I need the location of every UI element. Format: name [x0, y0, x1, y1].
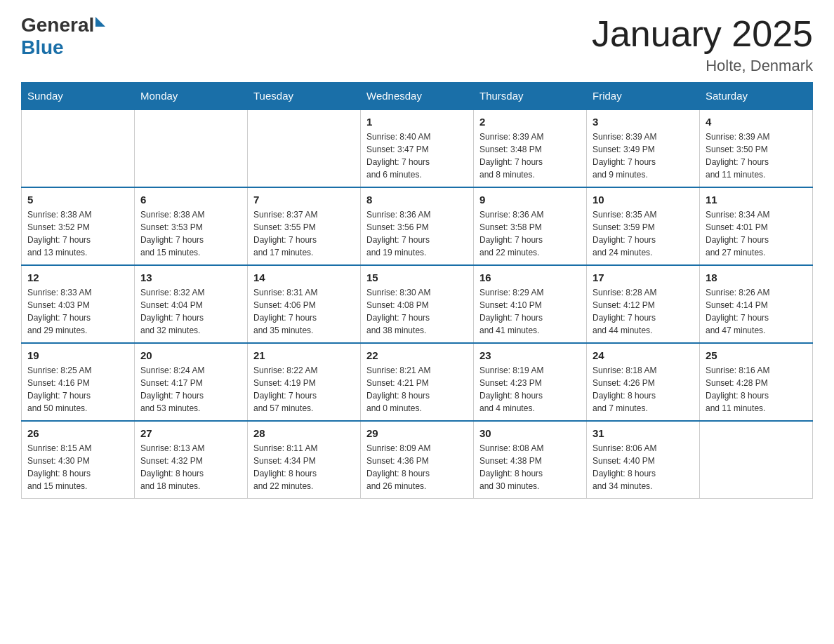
day-info: Sunrise: 8:31 AM Sunset: 4:06 PM Dayligh…	[253, 286, 355, 337]
day-header-monday: Monday	[135, 83, 248, 110]
day-number: 11	[706, 194, 807, 206]
day-number: 2	[479, 116, 581, 128]
table-row: 29Sunrise: 8:09 AM Sunset: 4:36 PM Dayli…	[361, 421, 474, 499]
table-row: 24Sunrise: 8:18 AM Sunset: 4:26 PM Dayli…	[587, 343, 700, 421]
day-info: Sunrise: 8:38 AM Sunset: 3:52 PM Dayligh…	[27, 208, 128, 259]
day-info: Sunrise: 8:06 AM Sunset: 4:40 PM Dayligh…	[593, 442, 694, 492]
logo: General Blue	[21, 14, 105, 59]
logo-blue-text: Blue	[21, 36, 105, 59]
day-number: 16	[479, 271, 581, 283]
day-info: Sunrise: 8:15 AM Sunset: 4:30 PM Dayligh…	[27, 442, 128, 492]
table-row	[22, 109, 135, 187]
day-header-thursday: Thursday	[474, 83, 587, 110]
day-info: Sunrise: 8:39 AM Sunset: 3:50 PM Dayligh…	[706, 130, 807, 181]
day-info: Sunrise: 8:22 AM Sunset: 4:19 PM Dayligh…	[253, 364, 355, 415]
table-row: 16Sunrise: 8:29 AM Sunset: 4:10 PM Dayli…	[474, 265, 587, 343]
day-number: 22	[366, 349, 468, 361]
table-row: 28Sunrise: 8:11 AM Sunset: 4:34 PM Dayli…	[248, 421, 361, 499]
day-info: Sunrise: 8:35 AM Sunset: 3:59 PM Dayligh…	[593, 208, 694, 259]
day-number: 23	[479, 349, 581, 361]
table-row: 9Sunrise: 8:36 AM Sunset: 3:58 PM Daylig…	[474, 187, 587, 265]
table-row: 14Sunrise: 8:31 AM Sunset: 4:06 PM Dayli…	[248, 265, 361, 343]
table-row: 21Sunrise: 8:22 AM Sunset: 4:19 PM Dayli…	[248, 343, 361, 421]
day-info: Sunrise: 8:39 AM Sunset: 3:48 PM Dayligh…	[479, 130, 581, 181]
calendar-subtitle: Holte, Denmark	[592, 57, 813, 75]
day-number: 14	[253, 271, 355, 283]
table-row: 5Sunrise: 8:38 AM Sunset: 3:52 PM Daylig…	[22, 187, 135, 265]
day-number: 21	[253, 349, 355, 361]
day-number: 25	[706, 349, 807, 361]
day-number: 5	[27, 194, 128, 206]
day-info: Sunrise: 8:16 AM Sunset: 4:28 PM Dayligh…	[706, 364, 807, 415]
table-row: 2Sunrise: 8:39 AM Sunset: 3:48 PM Daylig…	[474, 109, 587, 187]
calendar-header: SundayMondayTuesdayWednesdayThursdayFrid…	[22, 83, 813, 110]
day-info: Sunrise: 8:38 AM Sunset: 3:53 PM Dayligh…	[140, 208, 241, 259]
table-row: 1Sunrise: 8:40 AM Sunset: 3:47 PM Daylig…	[361, 109, 474, 187]
day-info: Sunrise: 8:08 AM Sunset: 4:38 PM Dayligh…	[479, 442, 581, 492]
day-number: 15	[366, 271, 468, 283]
day-info: Sunrise: 8:18 AM Sunset: 4:26 PM Dayligh…	[593, 364, 694, 415]
table-row: 12Sunrise: 8:33 AM Sunset: 4:03 PM Dayli…	[22, 265, 135, 343]
calendar-table: SundayMondayTuesdayWednesdayThursdayFrid…	[21, 82, 813, 499]
day-info: Sunrise: 8:29 AM Sunset: 4:10 PM Dayligh…	[479, 286, 581, 337]
day-number: 8	[366, 194, 468, 206]
table-row	[700, 421, 813, 499]
table-row: 13Sunrise: 8:32 AM Sunset: 4:04 PM Dayli…	[135, 265, 248, 343]
week-row-5: 26Sunrise: 8:15 AM Sunset: 4:30 PM Dayli…	[22, 421, 813, 499]
table-row	[135, 109, 248, 187]
day-info: Sunrise: 8:25 AM Sunset: 4:16 PM Dayligh…	[27, 364, 128, 415]
calendar-title: January 2025	[592, 14, 813, 54]
table-row: 25Sunrise: 8:16 AM Sunset: 4:28 PM Dayli…	[700, 343, 813, 421]
day-number: 17	[593, 271, 694, 283]
day-number: 31	[593, 427, 694, 439]
table-row	[248, 109, 361, 187]
day-number: 12	[27, 271, 128, 283]
week-row-3: 12Sunrise: 8:33 AM Sunset: 4:03 PM Dayli…	[22, 265, 813, 343]
day-info: Sunrise: 8:36 AM Sunset: 3:56 PM Dayligh…	[366, 208, 468, 259]
week-row-1: 1Sunrise: 8:40 AM Sunset: 3:47 PM Daylig…	[22, 109, 813, 187]
day-info: Sunrise: 8:36 AM Sunset: 3:58 PM Dayligh…	[479, 208, 581, 259]
day-number: 9	[479, 194, 581, 206]
logo-triangle-icon	[95, 17, 105, 27]
day-header-saturday: Saturday	[700, 83, 813, 110]
day-header-friday: Friday	[587, 83, 700, 110]
table-row: 6Sunrise: 8:38 AM Sunset: 3:53 PM Daylig…	[135, 187, 248, 265]
table-row: 23Sunrise: 8:19 AM Sunset: 4:23 PM Dayli…	[474, 343, 587, 421]
logo-general-text: General	[21, 14, 94, 36]
day-info: Sunrise: 8:11 AM Sunset: 4:34 PM Dayligh…	[253, 442, 355, 492]
day-number: 18	[706, 271, 807, 283]
day-number: 6	[140, 194, 241, 206]
week-row-2: 5Sunrise: 8:38 AM Sunset: 3:52 PM Daylig…	[22, 187, 813, 265]
day-info: Sunrise: 8:39 AM Sunset: 3:49 PM Dayligh…	[593, 130, 694, 181]
day-info: Sunrise: 8:21 AM Sunset: 4:21 PM Dayligh…	[366, 364, 468, 415]
day-header-row: SundayMondayTuesdayWednesdayThursdayFrid…	[22, 83, 813, 110]
day-number: 7	[253, 194, 355, 206]
day-number: 19	[27, 349, 128, 361]
logo-wordmark: General Blue	[21, 14, 105, 59]
day-number: 1	[366, 116, 468, 128]
day-info: Sunrise: 8:28 AM Sunset: 4:12 PM Dayligh…	[593, 286, 694, 337]
table-row: 31Sunrise: 8:06 AM Sunset: 4:40 PM Dayli…	[587, 421, 700, 499]
day-header-wednesday: Wednesday	[361, 83, 474, 110]
day-info: Sunrise: 8:24 AM Sunset: 4:17 PM Dayligh…	[140, 364, 241, 415]
day-number: 24	[593, 349, 694, 361]
table-row: 15Sunrise: 8:30 AM Sunset: 4:08 PM Dayli…	[361, 265, 474, 343]
table-row: 27Sunrise: 8:13 AM Sunset: 4:32 PM Dayli…	[135, 421, 248, 499]
day-info: Sunrise: 8:19 AM Sunset: 4:23 PM Dayligh…	[479, 364, 581, 415]
table-row: 10Sunrise: 8:35 AM Sunset: 3:59 PM Dayli…	[587, 187, 700, 265]
day-number: 13	[140, 271, 241, 283]
day-info: Sunrise: 8:09 AM Sunset: 4:36 PM Dayligh…	[366, 442, 468, 492]
day-info: Sunrise: 8:37 AM Sunset: 3:55 PM Dayligh…	[253, 208, 355, 259]
week-row-4: 19Sunrise: 8:25 AM Sunset: 4:16 PM Dayli…	[22, 343, 813, 421]
page-header: General Blue January 2025 Holte, Denmark	[21, 14, 813, 75]
day-number: 3	[593, 116, 694, 128]
day-info: Sunrise: 8:26 AM Sunset: 4:14 PM Dayligh…	[706, 286, 807, 337]
title-section: January 2025 Holte, Denmark	[592, 14, 813, 75]
day-number: 4	[706, 116, 807, 128]
table-row: 7Sunrise: 8:37 AM Sunset: 3:55 PM Daylig…	[248, 187, 361, 265]
table-row: 4Sunrise: 8:39 AM Sunset: 3:50 PM Daylig…	[700, 109, 813, 187]
day-number: 30	[479, 427, 581, 439]
table-row: 3Sunrise: 8:39 AM Sunset: 3:49 PM Daylig…	[587, 109, 700, 187]
table-row: 17Sunrise: 8:28 AM Sunset: 4:12 PM Dayli…	[587, 265, 700, 343]
calendar-body: 1Sunrise: 8:40 AM Sunset: 3:47 PM Daylig…	[22, 109, 813, 499]
